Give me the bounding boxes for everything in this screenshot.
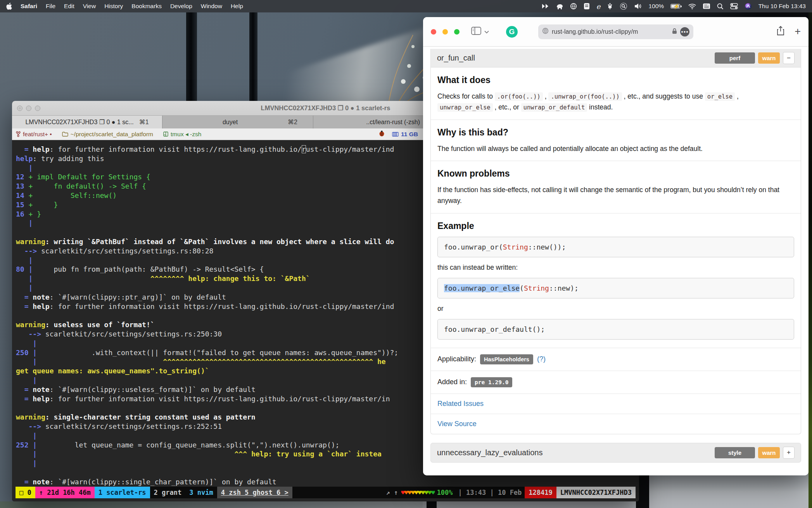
address-bar[interactable]: rust-lang.github.io/rust-clippy/m ●●●: [538, 24, 693, 39]
lint-card-unnecessary-lazy-evaluations[interactable]: unnecessary_lazy_evaluations style warn …: [430, 443, 801, 463]
menu-edit[interactable]: Edit: [64, 3, 74, 10]
example-code-3[interactable]: foo.unwrap_or_default();: [437, 319, 794, 340]
view-source-link[interactable]: View Source: [437, 420, 477, 428]
example-code-1[interactable]: foo.unwrap_or(String::new());: [437, 237, 794, 257]
menu-develop[interactable]: Develop: [170, 3, 192, 10]
close-button[interactable]: [431, 29, 436, 35]
shortcuts-icon[interactable]: [541, 2, 549, 10]
lint-level-badge: warn: [758, 447, 780, 458]
apple-menu-icon[interactable]: [6, 2, 12, 10]
applicability-badge: HasPlaceholders: [480, 354, 533, 364]
section-heading: Why is this bad?: [437, 127, 794, 138]
battery-percent: 100%: [648, 3, 664, 10]
plug-icon[interactable]: [607, 2, 613, 10]
battery-hearts: ♥♥♥♥♥♥♥♥♥♥: [401, 489, 434, 496]
volume-icon[interactable]: [634, 2, 642, 10]
lint-name: or_fun_call: [437, 54, 475, 62]
instead-label: this can instead be written:: [437, 264, 794, 272]
website-globe-icon: [542, 28, 549, 36]
terminal-tab-2[interactable]: duyet ⌘2: [162, 116, 313, 128]
tab-label: ..ct/learn-rust (-zsh): [366, 119, 420, 126]
collapse-button[interactable]: −: [783, 52, 795, 64]
control-center-icon[interactable]: [730, 2, 738, 10]
desktop-plants-strip: [809, 12, 812, 508]
menu-view[interactable]: View: [83, 3, 96, 10]
battery-icon: ⚡: [670, 2, 682, 10]
tab-label: duyet: [178, 119, 282, 126]
example-section: Example foo.unwrap_or(String::new()); th…: [431, 213, 801, 348]
wifi-icon[interactable]: [688, 2, 696, 10]
zoom-button[interactable]: [35, 106, 40, 111]
expand-button[interactable]: +: [783, 447, 795, 459]
known-problems-text: If the function has side-effects, not ca…: [437, 184, 794, 206]
menu-bar: Safari File Edit View History Bookmarks …: [0, 0, 812, 12]
tmux-left-segments: □ 0↑ 21d 16h 46m1 scarlet-rs2 grant3 nvi…: [16, 487, 292, 498]
grammarly-icon[interactable]: G: [506, 26, 518, 38]
minimize-button[interactable]: [442, 29, 448, 35]
keychain-search-icon[interactable]: [620, 2, 627, 10]
added-in-row: Added in: pre 1.29.0: [431, 371, 801, 394]
safari-window: G rust-lang.github.io/rust-clippy/m ●●● …: [423, 17, 809, 475]
tmux-status-bar: □ 0↑ 21d 16h 46m1 scarlet-rs2 grant3 nvi…: [16, 487, 636, 498]
why-is-this-bad-section: Why is this bad? The function will alway…: [431, 120, 801, 161]
section-heading: What it does: [437, 75, 794, 85]
terminal-tab-3[interactable]: ..ct/learn-rust (-zsh): [313, 116, 426, 128]
lock-icon: [672, 28, 677, 35]
section-heading: Example: [437, 221, 794, 231]
more-options-icon[interactable]: ●●●: [680, 27, 689, 36]
tmux-time-date: | 13:43 | 10 Feb: [455, 489, 525, 496]
script-e-icon[interactable]: e: [596, 2, 601, 10]
what-it-does-section: What it does Checks for calls to .or(foo…: [431, 68, 801, 120]
added-in-label: Added in:: [437, 378, 467, 386]
added-in-badge: pre 1.29.0: [471, 377, 512, 387]
siri-icon[interactable]: [745, 2, 752, 10]
menu-clock[interactable]: Thu 10 Feb 13:43: [758, 3, 806, 10]
menu-help[interactable]: Help: [231, 3, 243, 10]
zoom-button[interactable]: [454, 29, 460, 35]
git-branch-status: feat/rust+ •: [16, 131, 52, 138]
view-source-row: View Source: [431, 414, 801, 434]
lint-card-or-fun-call: or_fun_call perf warn − What it does Che…: [430, 49, 801, 434]
spotlight-icon[interactable]: [717, 2, 724, 10]
menu-file[interactable]: File: [46, 3, 55, 10]
minimize-button[interactable]: [26, 106, 31, 111]
tab-shortcut: ⌘1: [139, 118, 149, 126]
share-icon[interactable]: [777, 26, 784, 37]
url-text[interactable]: rust-lang.github.io/rust-clippy/m: [552, 28, 669, 35]
safari-toolbar: G rust-lang.github.io/rust-clippy/m ●●● …: [423, 17, 809, 47]
desktop-bottom-left: [0, 501, 423, 508]
related-issues-link[interactable]: Related Issues: [437, 400, 484, 407]
menu-window[interactable]: Window: [201, 3, 222, 10]
lint-group-badge: perf: [715, 52, 755, 64]
tab-shortcut: ⌘2: [288, 118, 297, 126]
tmux-hostname: LMVNHCC02X71XFJHD3: [556, 487, 636, 498]
cwd-status: ~/project/scarlet_data_platform: [62, 131, 153, 138]
tmux-battery-pct: 100%: [435, 489, 455, 496]
vpn-globe-icon[interactable]: [570, 2, 577, 10]
close-button[interactable]: [17, 106, 22, 111]
tmux-session-status: tmux ◂ -zsh: [163, 131, 201, 138]
terminal-tab-1[interactable]: LMVNHCC02X71XFJHD3 ❐ 0 ● 1 sc... ⌘1: [12, 116, 162, 128]
svg-text:x: x: [708, 4, 709, 6]
lint-header[interactable]: or_fun_call perf warn −: [431, 49, 801, 68]
notes-icon[interactable]: [584, 2, 590, 10]
menu-history[interactable]: History: [104, 3, 123, 10]
new-tab-icon[interactable]: +: [795, 26, 801, 37]
lint-level-badge: warn: [758, 52, 780, 64]
applicability-help-link[interactable]: (?): [537, 355, 546, 363]
why-is-this-bad-text: The function will always be called and p…: [437, 143, 794, 154]
chevron-down-icon[interactable]: [484, 28, 489, 35]
input-source-icon[interactable]: x: [703, 2, 710, 10]
lint-name: unnecessary_lazy_evaluations: [437, 448, 542, 457]
whale-icon[interactable]: [556, 2, 563, 10]
ladybug-icon: [378, 130, 385, 138]
menu-bookmarks[interactable]: Bookmarks: [131, 3, 162, 10]
tmux-icon: [163, 132, 168, 137]
tmux-arrows: ↗ ↑: [383, 489, 401, 496]
example-code-2[interactable]: foo.unwrap_or_else(String::new);: [437, 278, 794, 298]
sidebar-icon[interactable]: [471, 27, 481, 36]
or-label: or: [437, 305, 794, 313]
menu-app-name[interactable]: Safari: [21, 3, 37, 10]
window-frame-bar: [249, 12, 257, 102]
folder-icon: [62, 132, 68, 137]
